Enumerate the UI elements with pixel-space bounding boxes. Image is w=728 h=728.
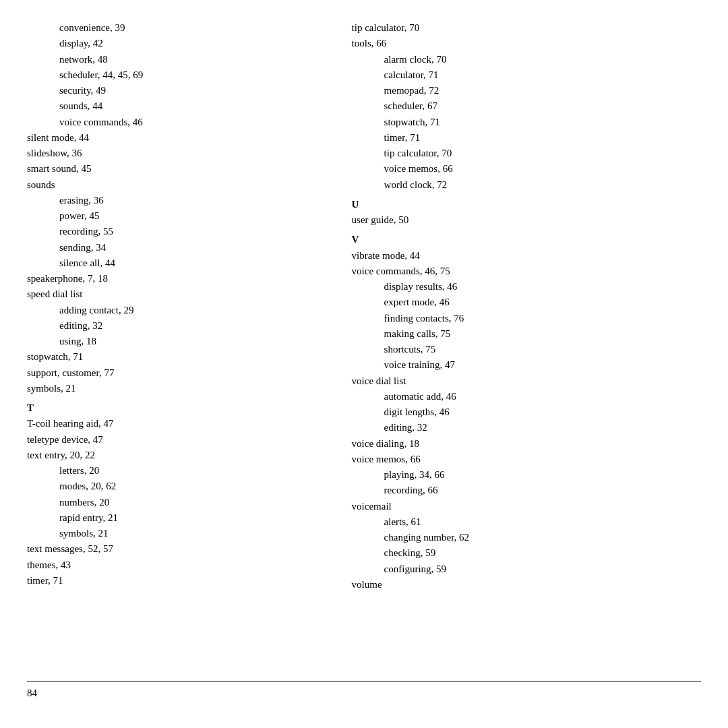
index-entry: T bbox=[27, 400, 325, 416]
index-entry: playing, 34, 66 bbox=[352, 467, 701, 483]
index-entry: power, 45 bbox=[27, 208, 325, 224]
index-entry: editing, 32 bbox=[352, 420, 701, 435]
index-entry: voice dial list bbox=[352, 373, 701, 389]
index-entry: voice commands, 46, 75 bbox=[352, 264, 701, 279]
index-entry: silence all, 44 bbox=[27, 255, 325, 271]
index-entry: changing number, 62 bbox=[352, 530, 701, 545]
index-entry: slideshow, 36 bbox=[27, 146, 325, 161]
index-entry: tip calculator, 70 bbox=[352, 20, 701, 36]
index-entry: V bbox=[352, 232, 701, 247]
index-entry: voice memos, 66 bbox=[352, 161, 701, 177]
index-entry: voice commands, 46 bbox=[27, 115, 325, 130]
index-entry: making calls, 75 bbox=[352, 326, 701, 342]
index-entry: voicemail bbox=[352, 499, 701, 514]
index-entry: symbols, 21 bbox=[27, 526, 325, 541]
index-entry: letters, 20 bbox=[27, 463, 325, 479]
index-entry: stopwatch, 71 bbox=[352, 115, 701, 130]
index-entry: network, 48 bbox=[27, 52, 325, 67]
index-entry: display results, 46 bbox=[352, 279, 701, 295]
index-entry: speed dial list bbox=[27, 286, 325, 302]
index-entry: stopwatch, 71 bbox=[27, 349, 325, 365]
index-entry: display, 42 bbox=[27, 36, 325, 51]
index-entry: silent mode, 44 bbox=[27, 130, 325, 146]
index-entry: finding contacts, 76 bbox=[352, 311, 701, 326]
index-entry: text entry, 20, 22 bbox=[27, 448, 325, 463]
index-entry: text messages, 52, 57 bbox=[27, 541, 325, 557]
index-columns: convenience, 39display, 42network, 48sch… bbox=[27, 20, 701, 673]
index-entry: voice training, 47 bbox=[352, 357, 701, 373]
index-entry: world clock, 72 bbox=[352, 177, 701, 193]
index-entry: modes, 20, 62 bbox=[27, 479, 325, 494]
right-column: tip calculator, 70tools, 66alarm clock, … bbox=[338, 20, 701, 673]
index-entry: scheduler, 67 bbox=[352, 98, 701, 114]
index-entry: recording, 66 bbox=[352, 483, 701, 498]
index-entry: volume bbox=[352, 577, 701, 593]
page: convenience, 39display, 42network, 48sch… bbox=[0, 0, 728, 728]
index-entry: symbols, 21 bbox=[27, 381, 325, 396]
index-entry: tools, 66 bbox=[352, 36, 701, 51]
index-entry: tip calculator, 70 bbox=[352, 146, 701, 161]
index-entry: speakerphone, 7, 18 bbox=[27, 271, 325, 286]
index-entry: calculator, 71 bbox=[352, 67, 701, 83]
left-column: convenience, 39display, 42network, 48sch… bbox=[27, 20, 338, 673]
index-entry: automatic add, 46 bbox=[352, 389, 701, 404]
page-number: 84 bbox=[27, 688, 37, 698]
index-entry: numbers, 20 bbox=[27, 495, 325, 510]
index-entry: scheduler, 44, 45, 69 bbox=[27, 67, 325, 83]
index-entry: erasing, 36 bbox=[27, 193, 325, 208]
index-entry: U bbox=[352, 197, 701, 212]
index-entry: configuring, 59 bbox=[352, 562, 701, 577]
index-entry: rapid entry, 21 bbox=[27, 510, 325, 526]
index-entry: sounds bbox=[27, 177, 325, 193]
index-entry: editing, 32 bbox=[27, 318, 325, 334]
index-entry: support, customer, 77 bbox=[27, 365, 325, 381]
index-entry: user guide, 50 bbox=[352, 212, 701, 228]
index-entry: digit lengths, 46 bbox=[352, 404, 701, 420]
index-entry: voice memos, 66 bbox=[352, 452, 701, 467]
index-entry: memopad, 72 bbox=[352, 83, 701, 98]
index-entry: alarm clock, 70 bbox=[352, 52, 701, 67]
index-entry: timer, 71 bbox=[27, 573, 325, 588]
index-entry: checking, 59 bbox=[352, 545, 701, 561]
index-entry: teletype device, 47 bbox=[27, 432, 325, 448]
index-entry: timer, 71 bbox=[352, 130, 701, 146]
index-entry: vibrate mode, 44 bbox=[352, 248, 701, 264]
index-entry: using, 18 bbox=[27, 334, 325, 349]
index-entry: sounds, 44 bbox=[27, 98, 325, 114]
index-entry: recording, 55 bbox=[27, 224, 325, 239]
index-entry: themes, 43 bbox=[27, 557, 325, 573]
index-entry: expert mode, 46 bbox=[352, 295, 701, 310]
footer: 84 bbox=[27, 681, 701, 701]
index-entry: sending, 34 bbox=[27, 240, 325, 255]
index-entry: smart sound, 45 bbox=[27, 161, 325, 177]
index-entry: T-coil hearing aid, 47 bbox=[27, 416, 325, 431]
index-entry: voice dialing, 18 bbox=[352, 436, 701, 452]
index-entry: shortcuts, 75 bbox=[352, 342, 701, 357]
index-entry: alerts, 61 bbox=[352, 514, 701, 530]
index-entry: security, 49 bbox=[27, 83, 325, 98]
index-entry: adding contact, 29 bbox=[27, 303, 325, 318]
index-entry: convenience, 39 bbox=[27, 20, 325, 36]
